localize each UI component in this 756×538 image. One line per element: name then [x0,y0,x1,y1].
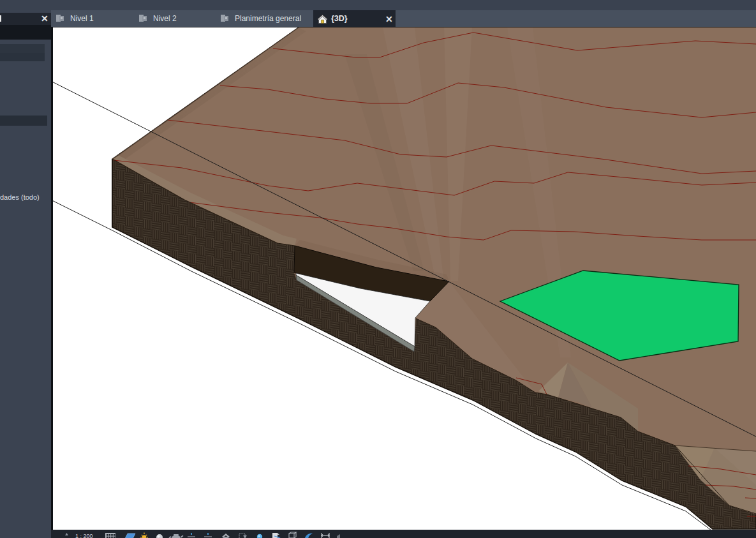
svg-text:1 : 200: 1 : 200 [75,533,93,538]
